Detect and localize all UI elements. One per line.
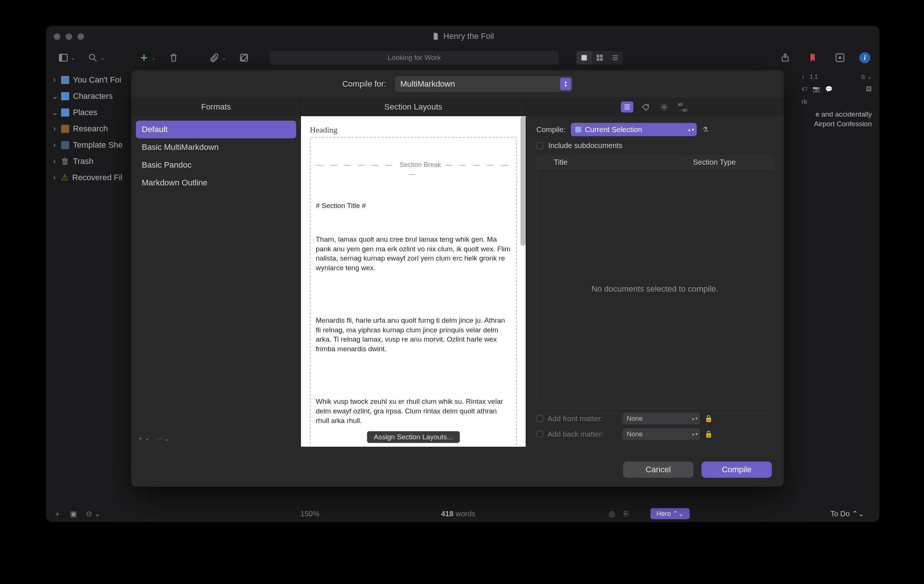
template-icon bbox=[61, 141, 69, 149]
view-corkboard-icon[interactable] bbox=[592, 51, 607, 64]
svg-line-3 bbox=[94, 59, 97, 61]
preview-para: Menardis fli, harle urfa anu quolt furng… bbox=[316, 316, 511, 354]
svg-rect-7 bbox=[582, 55, 587, 61]
inspector-heading: rk bbox=[802, 98, 872, 106]
doc-icon bbox=[61, 76, 69, 84]
table-header-type[interactable]: Section Type bbox=[688, 158, 773, 167]
folder-icon bbox=[61, 92, 69, 100]
window-minimize-icon[interactable] bbox=[66, 33, 72, 40]
table-empty-message: No documents selected to compile. bbox=[537, 170, 773, 409]
format-item[interactable]: Basic Pandoc bbox=[136, 156, 296, 174]
svg-point-21 bbox=[646, 105, 647, 106]
preview-para: Tharn, lamax quolt anu cree brul lamax t… bbox=[316, 235, 511, 273]
documents-table: Title Section Type No documents selected… bbox=[536, 155, 773, 409]
front-matter-select[interactable]: None▲▼ bbox=[622, 412, 700, 424]
svg-point-2 bbox=[89, 54, 95, 59]
tag-icon[interactable]: 🏷 bbox=[802, 86, 807, 92]
line-spacing-value[interactable]: 1.1 bbox=[810, 74, 818, 80]
add-folder-icon[interactable]: ▣ bbox=[70, 509, 77, 518]
format-item[interactable]: Markdown Outline bbox=[136, 174, 296, 192]
format-actions-icon[interactable]: ⋯ ⌄ bbox=[156, 435, 168, 442]
quicklook-button[interactable] bbox=[832, 51, 848, 64]
view-editor-icon[interactable] bbox=[576, 51, 592, 64]
view-outline-icon[interactable] bbox=[607, 51, 623, 64]
line-spacing-icon: ↕ bbox=[802, 74, 804, 80]
add-button[interactable]: ⌄ bbox=[136, 51, 159, 64]
svg-rect-1 bbox=[59, 54, 62, 61]
lock-icon: 🔒 bbox=[705, 430, 713, 438]
format-item-default[interactable]: Default bbox=[136, 120, 296, 139]
bookmark-icon[interactable] bbox=[804, 51, 821, 64]
compile-button[interactable]: Compile bbox=[701, 462, 772, 478]
preview-heading-label: Heading bbox=[310, 125, 517, 135]
list-icon[interactable]: ≣ ⌄ bbox=[861, 73, 872, 80]
svg-rect-11 bbox=[600, 58, 603, 61]
label-pill[interactable]: Hero ⌃⌄ bbox=[650, 508, 690, 519]
camera-icon[interactable]: 📷 bbox=[813, 86, 820, 92]
formats-header: Formats bbox=[131, 98, 300, 116]
section-break-label: — — — — — — Section Break — — — — — — bbox=[316, 160, 511, 178]
target-icon[interactable]: ◎ bbox=[609, 509, 615, 518]
preview-para: Whik vusp twock zeuhl xu er rhull clum w… bbox=[316, 397, 511, 425]
compile-scope-label: Compile: bbox=[536, 125, 566, 134]
selection-icon bbox=[575, 127, 581, 132]
svg-rect-8 bbox=[597, 55, 599, 57]
share-button[interactable] bbox=[777, 51, 793, 64]
metadata-tab-icon[interactable] bbox=[639, 101, 652, 112]
table-header-title[interactable]: Title bbox=[549, 158, 688, 167]
back-matter-select[interactable]: None▲▼ bbox=[622, 428, 700, 440]
nav-icon[interactable]: ⎘ bbox=[624, 510, 628, 518]
svg-point-17 bbox=[839, 57, 842, 59]
window-close-icon[interactable] bbox=[54, 33, 60, 40]
contents-tab-icon[interactable] bbox=[621, 101, 634, 112]
replacements-tab-icon[interactable]: ab→ac bbox=[676, 101, 689, 112]
trash-icon: 🗑 bbox=[61, 157, 69, 166]
svg-rect-10 bbox=[597, 58, 599, 61]
include-subdocs-checkbox[interactable] bbox=[536, 142, 543, 149]
document-title-field[interactable]: Looking for Work bbox=[270, 51, 559, 64]
filter-icon[interactable]: ⚗ bbox=[702, 125, 709, 134]
back-matter-label: Add back matter: bbox=[548, 430, 618, 439]
research-icon bbox=[61, 125, 69, 133]
picture-icon[interactable]: 🖼 bbox=[866, 86, 872, 92]
zoom-level[interactable]: 150% bbox=[300, 510, 320, 518]
options-tab-icon[interactable] bbox=[658, 101, 670, 112]
stepper-icon: ▲▼ bbox=[687, 124, 695, 135]
front-matter-label: Add front matter: bbox=[548, 414, 618, 423]
compile-for-select[interactable]: MultiMarkdown ▲▼ bbox=[395, 76, 573, 92]
add-format-icon[interactable]: ＋ ⌄ bbox=[137, 435, 150, 443]
window-titlebar: Henry the Foil bbox=[46, 26, 879, 47]
info-button[interactable]: i bbox=[859, 52, 870, 63]
search-button[interactable]: ⌄ bbox=[85, 51, 108, 64]
back-matter-checkbox[interactable] bbox=[536, 431, 543, 437]
front-matter-checkbox[interactable] bbox=[536, 415, 543, 422]
comment-icon[interactable]: 💬 bbox=[825, 86, 833, 92]
format-item[interactable]: Basic MultiMarkdown bbox=[136, 139, 296, 156]
svg-rect-9 bbox=[600, 55, 603, 57]
view-mode-button[interactable]: ⌄ bbox=[55, 51, 78, 64]
lock-icon: 🔒 bbox=[705, 414, 713, 422]
svg-point-22 bbox=[663, 106, 665, 108]
assign-section-layouts-button[interactable]: Assign Section Layouts... bbox=[367, 431, 460, 443]
window-zoom-icon[interactable] bbox=[78, 33, 84, 40]
inspector: ↕ 1.1 ≣ ⌄ 🏷 📷 💬 🖼 rk e and accidentally … bbox=[794, 69, 879, 133]
warning-icon: ⚠ bbox=[61, 173, 68, 183]
word-count-label: words bbox=[456, 510, 475, 518]
section-layouts-header: Section Layouts bbox=[301, 98, 526, 116]
view-segmented-control[interactable] bbox=[576, 51, 623, 64]
compile-tabs: ab→ac bbox=[526, 98, 784, 116]
compile-scope-select[interactable]: Current Selection ▲▼ bbox=[571, 123, 697, 136]
trash-button[interactable] bbox=[165, 51, 182, 64]
compose-button[interactable] bbox=[236, 51, 252, 64]
attach-button[interactable]: ⌄ bbox=[206, 51, 229, 64]
actions-icon[interactable]: ⊙ ⌄ bbox=[86, 509, 101, 518]
cancel-button[interactable]: Cancel bbox=[623, 462, 693, 478]
status-pill[interactable]: To Do ⌃⌄ bbox=[830, 509, 865, 518]
main-toolbar: ⌄ ⌄ ⌄ ⌄ Looking for Work i bbox=[46, 47, 879, 69]
include-subdocs-label: Include subdocuments bbox=[548, 141, 622, 150]
compile-for-label: Compile for: bbox=[342, 79, 386, 89]
scrollbar[interactable] bbox=[520, 116, 526, 246]
add-doc-icon[interactable]: ＋ bbox=[54, 509, 61, 519]
preview-section: — — — — — — Section Break — — — — — — # … bbox=[310, 137, 517, 447]
document-icon bbox=[432, 32, 440, 40]
